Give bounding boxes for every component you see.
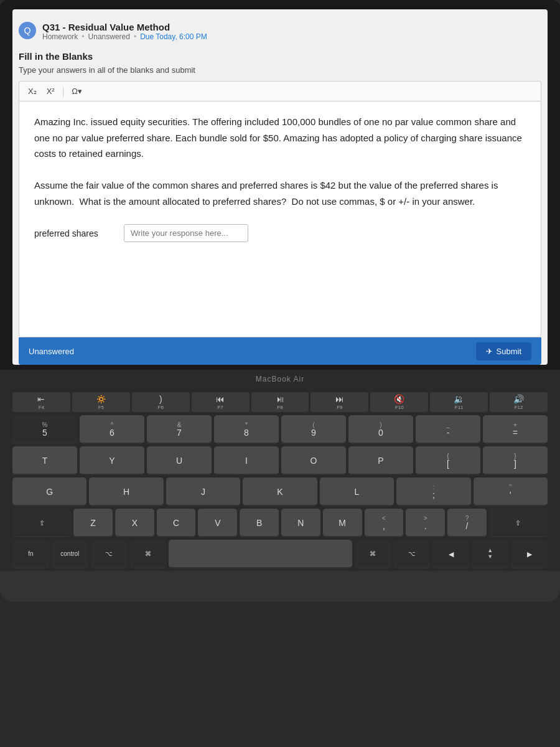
content-box: Amazing Inc. issued equity securities. T… [19,101,541,337]
answer-row: preferred shares [34,224,526,242]
icon-letter: Q [24,26,31,35]
key-v[interactable]: V [198,509,237,537]
key-arrow-left[interactable]: ◀ [432,540,469,568]
laptop-bottom [0,571,560,602]
fn-key-f7[interactable]: ⏮F7 [192,392,250,412]
answer-input[interactable] [124,224,248,242]
key-k[interactable]: K [243,477,317,506]
key-cmd-right[interactable]: ⌘ [355,540,391,568]
question-header: Q Q31 - Residual Value Method Homework •… [12,22,548,41]
key-option-right[interactable]: ⌥ [394,540,431,568]
fn-key-f9[interactable]: ⏭F9 [310,392,368,412]
key-cmd-left[interactable]: ⌘ [130,540,167,568]
submit-icon: ✈ [486,347,493,356]
fn-key-f11[interactable]: 🔉F11 [430,392,488,412]
meta-sep2: • [134,32,136,41]
key-u[interactable]: U [147,446,212,475]
key-c[interactable]: C [157,509,196,537]
key-equal[interactable]: += [483,415,548,444]
key-p[interactable]: P [348,446,413,475]
superscript-button[interactable]: X² [44,85,57,97]
ghjkl-row: G H J K L :; "' [12,477,548,506]
meta-due-date: Due Today, 6:00 PM [140,32,207,41]
key-y[interactable]: Y [80,446,144,475]
key-arrow-up-down[interactable]: ▲▼ [472,540,508,568]
key-8[interactable]: *8 [214,415,279,444]
fn-key-f12[interactable]: 🔊F12 [490,392,548,412]
fn-key-f10[interactable]: 🔇F10 [370,392,428,412]
key-t[interactable]: T [12,446,77,475]
key-ctrl[interactable]: control [52,540,88,568]
fn-row: ⇤F4 🔅F5 )F6 ⏮F7 ⏯F8 ⏭F9 🔇F10 🔉F11 🔊F12 [12,392,548,412]
toolbar-divider: | [62,87,65,96]
submit-label: Submit [497,347,521,356]
unanswered-label: Unanswered [29,347,74,356]
key-fn[interactable]: fn [12,540,49,568]
key-z[interactable]: Z [73,509,113,537]
key-n[interactable]: N [281,509,320,537]
key-option-left[interactable]: ⌥ [91,540,128,568]
bottom-bar: Unanswered ✈ Submit [19,337,541,365]
key-minus[interactable]: _- [416,415,480,444]
key-rbracket[interactable]: }] [483,446,548,475]
keyboard: ⇤F4 🔅F5 )F6 ⏮F7 ⏯F8 ⏭F9 🔇F10 🔉F11 🔊F12 %… [0,386,560,568]
question-title: Q31 - Residual Value Method [42,22,207,32]
meta-homework: Homework [42,32,78,41]
key-arrow-right[interactable]: ▶ [511,540,548,568]
key-quote[interactable]: "' [474,477,548,506]
section-subtitle: Type your answers in all of the blanks a… [12,65,548,75]
question-text: Amazing Inc. issued equity securities. T… [34,114,526,209]
fn-key-f6[interactable]: )F6 [132,392,190,412]
key-g[interactable]: G [12,477,86,506]
key-x[interactable]: X [115,509,154,537]
key-5[interactable]: %5 [12,415,77,444]
key-6[interactable]: ^6 [80,415,144,444]
key-slash[interactable]: ?/ [447,509,487,537]
key-i[interactable]: I [214,446,279,475]
key-semicolon[interactable]: :; [396,477,470,506]
fn-key-f4[interactable]: ⇤F4 [12,392,70,412]
key-b[interactable]: B [240,509,279,537]
answer-label: preferred shares [34,228,115,238]
bottom-key-row: ⇧ Z X C V B N M <, >. ?/ ⇧ [12,509,548,537]
tyuiop-row: T Y U I O P {[ }] [12,446,548,475]
section-title: Fill in the Blanks [12,51,548,62]
macbook-label: MacBook Air [0,370,560,386]
number-row: %5 ^6 &7 *8 (9 )0 _- += [12,415,548,444]
subscript-button[interactable]: X₂ [26,85,39,97]
submit-button[interactable]: ✈ Submit [476,342,531,360]
header-text: Q31 - Residual Value Method Homework • U… [42,22,207,41]
omega-button[interactable]: Ω▾ [69,85,85,97]
key-j[interactable]: J [166,477,240,506]
question-meta: Homework • Unanswered • Due Today, 6:00 … [42,32,207,41]
key-m[interactable]: M [323,509,362,537]
fn-key-f8[interactable]: ⏯F8 [251,392,309,412]
space-row: fn control ⌥ ⌘ ⌘ ⌥ ◀ ▲▼ ▶ [12,540,548,568]
key-period[interactable]: >. [406,509,445,537]
fn-key-f5[interactable]: 🔅F5 [72,392,130,412]
key-lbracket[interactable]: {[ [416,446,480,475]
meta-unanswered: Unanswered [88,32,130,41]
key-7[interactable]: &7 [147,415,212,444]
header-icon: Q [19,22,36,39]
key-o[interactable]: O [281,446,346,475]
key-0[interactable]: )0 [348,415,413,444]
key-shift-right[interactable]: ⇧ [489,509,548,537]
editor-toolbar: X₂ X² | Ω▾ [19,81,541,101]
meta-sep1: • [82,32,84,41]
key-shift-left[interactable]: ⇧ [12,509,71,537]
key-9[interactable]: (9 [281,415,346,444]
key-h[interactable]: H [89,477,163,506]
key-space[interactable] [169,540,352,568]
key-l[interactable]: L [320,477,394,506]
key-comma[interactable]: <, [365,509,404,537]
